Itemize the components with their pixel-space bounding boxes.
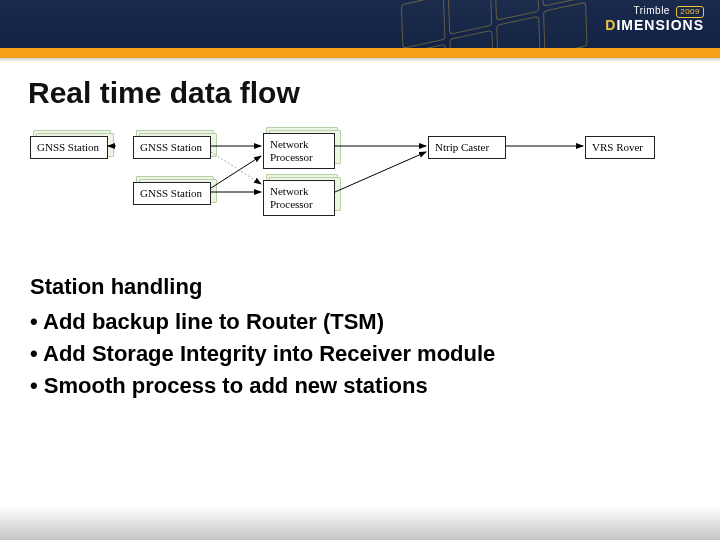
bullet-item: Smooth process to add new stations — [30, 370, 690, 402]
node-gnss-station-3: GNSS Station — [133, 182, 211, 205]
node-network-processor-2: Network Processor — [263, 180, 335, 216]
brand-event-rest: IMENSIONS — [616, 17, 704, 33]
node-gnss-station-1: GNSS Station — [30, 136, 108, 159]
bullet-list: Add backup line to Router (TSM) Add Stor… — [30, 306, 690, 402]
node-vrs-rover: VRS Rover — [585, 136, 655, 159]
brand-event: DIMENSIONS — [605, 18, 704, 32]
node-gnss-station-2: GNSS Station — [133, 136, 211, 159]
svg-line-6 — [335, 152, 426, 192]
brand-company: Trimble — [633, 5, 669, 16]
header-bar: Trimble 2009 DIMENSIONS — [0, 0, 720, 48]
node-network-processor-1: Network Processor — [263, 133, 335, 169]
section-heading: Station handling — [30, 274, 690, 300]
bullet-item: Add Storage Integrity into Receiver modu… — [30, 338, 690, 370]
header-decor-grid — [400, 0, 639, 48]
flow-diagram: GNSS Station GNSS Station GNSS Station N… — [30, 124, 690, 234]
node-ntrip-caster: Ntrip Caster — [428, 136, 506, 159]
footer-gradient — [0, 506, 720, 540]
svg-line-2 — [211, 156, 261, 188]
svg-line-3 — [211, 152, 261, 184]
content-block: Station handling Add backup line to Rout… — [0, 234, 720, 402]
bullet-item: Add backup line to Router (TSM) — [30, 306, 690, 338]
brand-block: Trimble 2009 DIMENSIONS — [605, 6, 704, 32]
header-accent-bar — [0, 48, 720, 58]
page-title: Real time data flow — [0, 58, 720, 120]
